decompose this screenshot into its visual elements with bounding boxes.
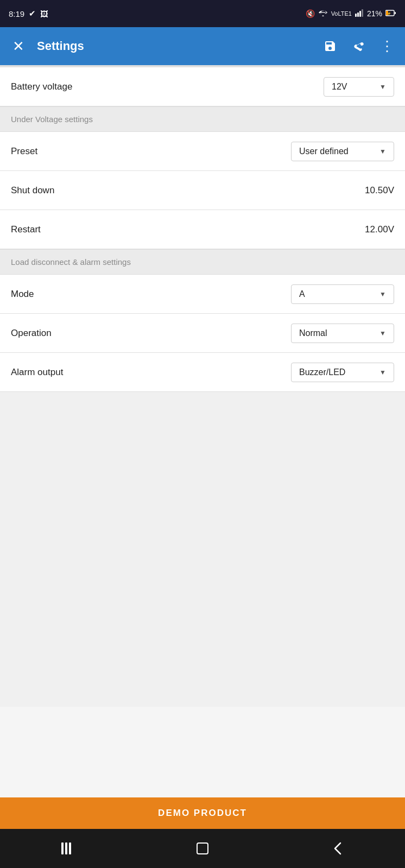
battery-percent: 21% [367,9,382,18]
svg-text:⚡: ⚡ [387,11,391,16]
lte-icon: VoLTE1 [331,10,352,17]
alarm-output-value: Buzzer/LED [299,368,345,377]
battery-icon: ⚡ [385,9,396,18]
svg-rect-3 [362,9,363,17]
alarm-output-label: Alarm output [11,367,63,378]
close-button[interactable]: ✕ [9,36,28,56]
share-button[interactable] [349,36,368,56]
app-bar: ✕ Settings ⋮ [0,27,405,65]
navigation-bar [0,829,405,868]
status-left: 8:19 ✔ 🖼 [9,9,48,18]
image-icon: 🖼 [40,9,48,18]
alarm-output-dropdown[interactable]: Buzzer/LED ▼ [291,363,394,382]
demo-banner-text: DEMO PRODUCT [158,808,247,819]
battery-voltage-label: Battery voltage [11,81,72,92]
chevron-down-icon: ▼ [379,330,386,337]
mode-dropdown[interactable]: A ▼ [291,284,394,304]
more-button[interactable]: ⋮ [377,36,396,56]
save-button[interactable] [320,36,340,56]
svg-rect-2 [359,11,361,17]
svg-rect-1 [357,12,359,17]
svg-rect-8 [61,842,64,854]
svg-rect-9 [65,842,67,854]
close-icon: ✕ [12,38,24,55]
preset-value: User defined [299,147,349,156]
svg-rect-10 [69,842,71,854]
restart-value: 12.00V [365,224,394,235]
operation-label: Operation [11,328,52,339]
svg-rect-0 [355,14,357,17]
preset-row: Preset User defined ▼ [0,132,405,171]
status-right: 🔇 VoLTE1 21% ⚡ [306,9,396,18]
shutdown-row: Shut down 10.50V [0,171,405,210]
under-voltage-section-header: Under Voltage settings [0,106,405,132]
mode-value: A [299,289,305,299]
restart-label: Restart [11,224,41,235]
preset-dropdown[interactable]: User defined ▼ [291,142,394,161]
content-spacer [0,392,405,707]
operation-row: Operation Normal ▼ [0,314,405,353]
svg-rect-6 [395,12,396,14]
status-bar: 8:19 ✔ 🖼 🔇 VoLTE1 21% ⚡ [0,0,405,27]
demo-banner: DEMO PRODUCT [0,797,405,829]
back-nav-button[interactable] [321,832,354,865]
mute-icon: 🔇 [306,9,315,18]
load-disconnect-section-header: Load disconnect & alarm settings [0,249,405,275]
battery-voltage-dropdown[interactable]: 12V ▼ [324,77,394,97]
shutdown-label: Shut down [11,185,54,196]
page-title: Settings [37,39,312,53]
shutdown-value: 10.50V [365,185,394,196]
status-time: 8:19 [9,9,24,18]
mode-label: Mode [11,289,34,300]
menu-nav-button[interactable] [51,832,84,865]
more-icon: ⋮ [380,38,393,55]
operation-dropdown[interactable]: Normal ▼ [291,324,394,343]
check-icon: ✔ [29,9,36,18]
chevron-down-icon: ▼ [379,290,386,298]
settings-content: Battery voltage 12V ▼ Under Voltage sett… [0,67,405,797]
home-nav-button[interactable] [186,832,219,865]
chevron-down-icon: ▼ [379,369,386,376]
alarm-output-row: Alarm output Buzzer/LED ▼ [0,353,405,392]
battery-voltage-value: 12V [332,82,347,92]
chevron-down-icon: ▼ [379,148,386,155]
signal-icon [355,9,364,18]
wifi-icon [318,9,328,18]
operation-value: Normal [299,328,327,338]
chevron-down-icon: ▼ [379,83,386,91]
mode-row: Mode A ▼ [0,275,405,314]
restart-row: Restart 12.00V [0,210,405,249]
svg-rect-11 [197,843,208,854]
battery-voltage-row: Battery voltage 12V ▼ [0,67,405,106]
preset-label: Preset [11,146,37,157]
